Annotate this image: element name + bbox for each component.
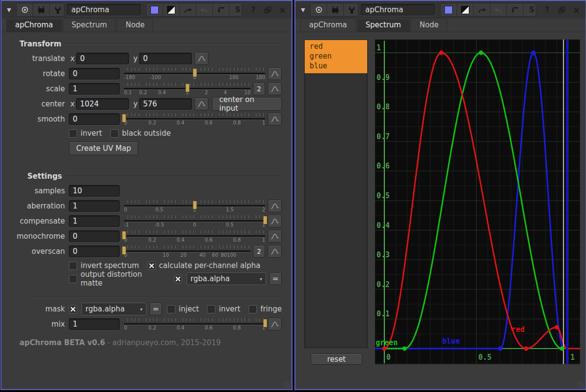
curve-point-green[interactable] xyxy=(402,347,407,351)
monochrome-animation-button[interactable] xyxy=(268,230,282,243)
matte-channel-enable-checkbox[interactable] xyxy=(174,275,182,283)
output-distortion-matte-checkbox[interactable] xyxy=(69,275,77,283)
slider-handle[interactable] xyxy=(122,231,126,240)
tab-node[interactable]: Node xyxy=(411,18,447,32)
overscan-split-values-button[interactable]: 2 xyxy=(253,245,265,258)
curve-point-red[interactable] xyxy=(524,347,528,351)
scale-field[interactable]: 1 xyxy=(69,83,120,95)
tab-apchroma[interactable]: apChroma xyxy=(6,18,62,32)
mix-field[interactable]: 1 xyxy=(69,318,120,330)
mask-channel-dropdown[interactable]: rgba.alpha ▾ xyxy=(82,303,146,315)
monitor-out-button[interactable] xyxy=(33,3,50,16)
overscan-animation-button[interactable] xyxy=(268,245,282,258)
panel-menu-caret-icon[interactable]: ▼ xyxy=(4,7,14,13)
resize-grip[interactable] xyxy=(578,381,585,388)
slider-handle[interactable] xyxy=(185,83,189,92)
aberration-slider[interactable]: 00.511.52 xyxy=(124,200,265,212)
help-button[interactable]: ? xyxy=(541,3,553,16)
curve-point-red[interactable] xyxy=(555,325,559,330)
gl-color-button[interactable] xyxy=(457,3,474,16)
rotate-slider[interactable]: -180-1000100180 xyxy=(124,67,265,80)
node-name-field[interactable]: apChroma xyxy=(67,4,140,16)
slider-handle[interactable] xyxy=(122,246,126,255)
center-viewer-button[interactable] xyxy=(311,3,327,16)
node-settings-button[interactable] xyxy=(50,3,64,16)
redo-button[interactable] xyxy=(490,3,507,16)
close-panel-button[interactable]: × xyxy=(570,3,583,16)
node-color-button[interactable] xyxy=(146,3,163,16)
create-uv-map-button[interactable]: Create UV Map xyxy=(69,142,138,155)
reset-button[interactable]: reset xyxy=(311,353,362,365)
center-viewer-button[interactable] xyxy=(17,3,33,16)
slider-handle[interactable] xyxy=(122,114,126,123)
translate-y-field[interactable]: 0 xyxy=(139,53,192,64)
smooth-field[interactable]: 0 xyxy=(69,113,120,125)
close-panel-button[interactable]: × xyxy=(276,3,289,16)
center-on-input-button[interactable]: center on input xyxy=(212,97,282,111)
script-button[interactable]: S xyxy=(523,3,536,16)
float-window-button[interactable] xyxy=(556,3,568,16)
node-name-field[interactable]: apChroma xyxy=(361,4,434,16)
monochrome-field[interactable]: 0 xyxy=(69,230,120,242)
spectrum-graph[interactable]: bluegreenred0.10.20.30.40.50.60.70.80.91… xyxy=(375,40,580,364)
curve-list-item-red[interactable]: red xyxy=(305,41,367,51)
translate-x-field[interactable]: 0 xyxy=(76,53,129,64)
compensate-field[interactable]: 1 xyxy=(69,215,120,227)
curve-point-red[interactable] xyxy=(439,51,443,55)
overscan-field[interactable]: 0 xyxy=(69,246,120,257)
smooth-animation-button[interactable] xyxy=(268,113,282,125)
tab-apchroma[interactable]: apChroma xyxy=(300,18,356,32)
translate-animation-button[interactable] xyxy=(194,52,209,65)
tab-node[interactable]: Node xyxy=(117,18,153,32)
overscan-slider[interactable]: 01020406080100 xyxy=(124,245,251,258)
fringe-checkbox[interactable] xyxy=(249,305,257,313)
compensate-slider[interactable]: -1-0.500.51 xyxy=(124,215,265,227)
slider-handle[interactable] xyxy=(192,201,197,209)
resize-grip[interactable] xyxy=(284,381,291,388)
help-button[interactable]: ? xyxy=(247,3,259,16)
script-button[interactable]: S xyxy=(230,3,242,16)
aberration-animation-button[interactable] xyxy=(268,200,282,212)
undo-button[interactable] xyxy=(474,3,490,16)
invert-checkbox[interactable] xyxy=(69,129,77,138)
slider-handle[interactable] xyxy=(263,319,268,328)
black-outside-checkbox[interactable] xyxy=(110,129,119,138)
curve-list-item-green[interactable]: green xyxy=(305,51,367,61)
scale-animation-button[interactable] xyxy=(268,83,282,95)
revert-button[interactable] xyxy=(213,3,230,16)
scale-split-values-button[interactable]: 2 xyxy=(253,83,265,95)
mix-slider[interactable]: 00.20.40.60.81 xyxy=(124,318,265,330)
curve-point-blue[interactable] xyxy=(498,347,502,351)
matte-channel-equals-button[interactable]: = xyxy=(269,272,282,285)
slider-handle[interactable] xyxy=(192,68,197,77)
mask-enable-checkbox[interactable] xyxy=(69,305,77,313)
curve-point-green[interactable] xyxy=(560,347,564,351)
rotate-field[interactable]: 0 xyxy=(69,68,120,80)
scale-slider[interactable]: 0.10.20.412410 xyxy=(124,83,251,95)
curve-list[interactable]: red green blue xyxy=(304,40,368,348)
center-x-field[interactable]: 1024 xyxy=(76,98,129,110)
inject-checkbox[interactable] xyxy=(167,305,175,313)
monitor-out-button[interactable] xyxy=(327,3,344,16)
invert-spectrum-checkbox[interactable] xyxy=(69,262,77,270)
rotate-animation-button[interactable] xyxy=(268,67,282,80)
tab-spectrum[interactable]: Spectrum xyxy=(357,18,410,32)
mask-invert-checkbox[interactable] xyxy=(207,305,215,313)
center-y-field[interactable]: 576 xyxy=(139,98,192,110)
center-animation-button[interactable] xyxy=(194,98,209,110)
matte-channel-dropdown[interactable]: rgba.alpha ▾ xyxy=(187,272,266,285)
curve-point-green[interactable] xyxy=(479,51,483,55)
redo-button[interactable] xyxy=(196,3,213,16)
panel-menu-caret-icon[interactable]: ▼ xyxy=(298,7,308,13)
curve-list-item-blue[interactable]: blue xyxy=(305,61,367,71)
smooth-slider[interactable]: 00.20.40.60.81 xyxy=(124,113,265,125)
aberration-field[interactable]: 1 xyxy=(69,200,120,212)
tab-spectrum[interactable]: Spectrum xyxy=(63,18,116,32)
mask-equals-button[interactable]: = xyxy=(149,303,162,315)
slider-handle[interactable] xyxy=(263,216,268,225)
monochrome-slider[interactable]: 00.20.40.60.81 xyxy=(124,230,265,243)
compensate-animation-button[interactable] xyxy=(268,215,282,227)
samples-field[interactable]: 10 xyxy=(69,185,120,197)
gl-color-button[interactable] xyxy=(163,3,180,16)
calc-per-channel-alpha-checkbox[interactable] xyxy=(147,262,156,270)
